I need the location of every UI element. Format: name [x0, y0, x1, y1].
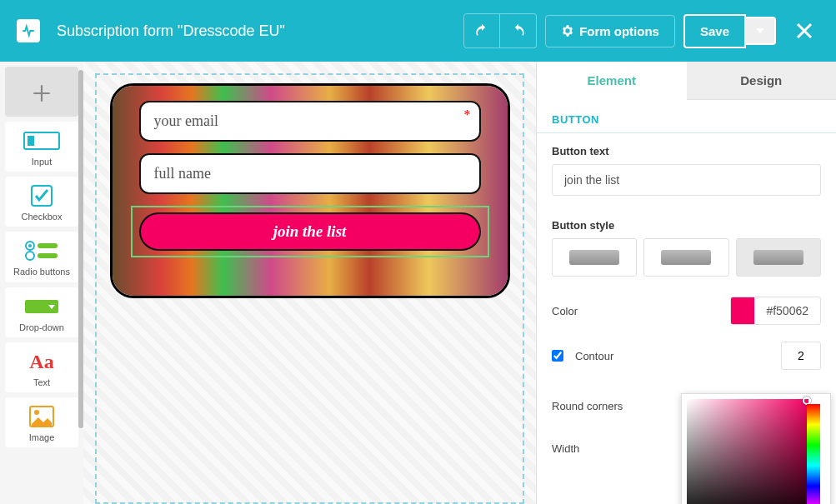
sidebar-item-label: Image [29, 432, 55, 442]
contour-checkbox[interactable] [552, 350, 563, 362]
button-style-label: Button style [552, 219, 821, 232]
color-swatch [731, 297, 754, 324]
sidebar-item-label: Text [33, 377, 50, 387]
svg-point-6 [26, 252, 34, 260]
section-heading: BUTTON [537, 100, 836, 133]
caret-down-icon [756, 27, 764, 35]
tab-element[interactable]: Element [537, 62, 687, 100]
radio-icon [23, 240, 60, 262]
dropdown-icon [23, 296, 60, 317]
app-logo [17, 19, 40, 42]
svg-point-10 [34, 410, 39, 415]
drop-zone[interactable]: your email full name join the list [95, 73, 524, 504]
sidebar-checkbox[interactable]: Checkbox [5, 177, 78, 227]
contour-label: Contour [575, 350, 769, 362]
sidebar-radio[interactable]: Radio buttons [5, 232, 78, 282]
checkbox-icon [23, 185, 60, 207]
workspace: Input Checkbox Radio buttons Drop-down A… [0, 62, 836, 504]
color-value: #f50062 [754, 304, 820, 317]
style-flat[interactable] [552, 238, 637, 277]
undo-button[interactable] [463, 13, 500, 48]
style-gradient[interactable] [736, 238, 821, 277]
button-style-options [552, 238, 821, 277]
svg-rect-7 [38, 253, 58, 258]
button-text-input[interactable] [552, 164, 821, 196]
submit-button[interactable]: join the list [139, 212, 481, 251]
form-options-button[interactable]: Form options [545, 15, 675, 47]
canvas: your email full name join the list [83, 62, 536, 504]
app-header: Subscription form "Dresscode EU" Form op… [0, 0, 836, 62]
sidebar-add[interactable] [5, 67, 78, 117]
close-button[interactable] [789, 16, 819, 46]
undo-redo-group [463, 13, 537, 48]
style-outline[interactable] [643, 238, 728, 277]
svg-point-4 [28, 244, 32, 247]
panel-tabs: Element Design [537, 62, 836, 100]
sidebar-item-label: Input [32, 157, 52, 167]
close-icon [794, 21, 814, 41]
sidebar-item-label: Radio buttons [13, 267, 70, 277]
hue-bar[interactable] [807, 404, 820, 504]
form-preview: your email full name join the list [110, 83, 510, 298]
redo-button[interactable] [500, 13, 537, 48]
name-field[interactable]: full name [139, 153, 481, 194]
email-field[interactable]: your email [139, 101, 481, 142]
saturation-area[interactable] [687, 399, 808, 504]
properties-panel: Element Design BUTTON Button text Button… [536, 62, 836, 504]
save-button[interactable]: Save [683, 14, 746, 48]
selected-element-outline: join the list [131, 206, 489, 257]
save-dropdown-button[interactable] [746, 17, 776, 45]
sidebar-image[interactable]: Image [5, 397, 78, 447]
svg-rect-1 [28, 136, 34, 146]
sidebar-dropdown[interactable]: Drop-down [5, 287, 78, 337]
header-actions: Form options Save [463, 13, 819, 48]
text-icon: Aa [23, 351, 60, 372]
sidebar-text[interactable]: Aa Text [5, 342, 78, 392]
sidebar-item-label: Drop-down [19, 322, 64, 332]
sidebar-input[interactable]: Input [5, 122, 78, 172]
tab-design[interactable]: Design [687, 62, 837, 100]
plus-icon [31, 82, 53, 104]
contour-input[interactable] [781, 342, 821, 370]
gear-icon [561, 24, 574, 37]
page-title: Subscription form "Dresscode EU" [57, 22, 463, 40]
input-icon [23, 130, 60, 152]
button-text-label: Button text [552, 145, 821, 157]
color-picker[interactable] [681, 393, 831, 504]
element-sidebar: Input Checkbox Radio buttons Drop-down A… [0, 62, 83, 504]
color-input[interactable]: #f50062 [730, 297, 821, 325]
color-label: Color [552, 305, 718, 317]
sidebar-item-label: Checkbox [22, 212, 63, 222]
svg-rect-5 [38, 243, 58, 248]
image-icon [23, 406, 60, 427]
